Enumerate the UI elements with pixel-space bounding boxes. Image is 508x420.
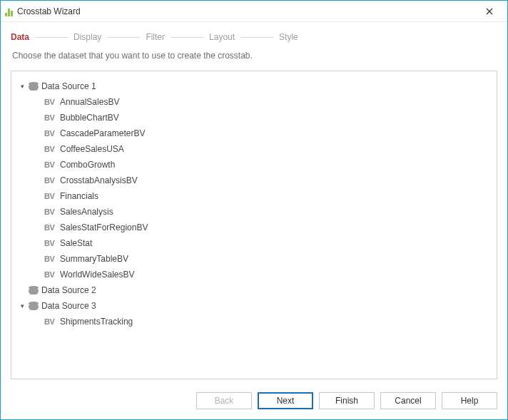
step-separator [171, 37, 203, 38]
wizard-steps: Data Display Filter Layout Style [1, 22, 507, 46]
step-style[interactable]: Style [279, 32, 298, 42]
bv-icon: BV [44, 176, 57, 185]
step-data[interactable]: Data [11, 32, 29, 42]
bv-icon: BV [44, 317, 57, 326]
bv-icon: BV [44, 129, 57, 138]
tree-node-dataset[interactable]: BVCascadeParameterBV [16, 126, 492, 141]
close-button[interactable] [477, 4, 502, 19]
bv-icon: BV [44, 98, 57, 106]
tree-node-dataset[interactable]: BVShipmentsTracking [16, 314, 492, 329]
next-button[interactable]: Next [258, 392, 313, 409]
dataset-label: Financials [60, 191, 98, 201]
tree-node-dataset[interactable]: BVSaleStat [16, 235, 492, 251]
tree-node-dataset[interactable]: BVCoffeeSalesUSA [16, 141, 492, 157]
help-button[interactable]: Help [442, 392, 497, 409]
dataset-label: WorldWideSalesBV [60, 270, 134, 280]
cancel-button[interactable]: Cancel [380, 392, 436, 409]
dataset-label: ShipmentsTracking [60, 317, 133, 327]
titlebar: Crosstab Wizard [1, 1, 507, 22]
tree-node-dataset[interactable]: BVWorldWideSalesBV [16, 267, 492, 282]
tree-node-datasource[interactable]: ▾ Data Source 1 [16, 78, 492, 94]
tree-node-dataset[interactable]: BVComboGrowth [16, 157, 492, 173]
close-icon [486, 8, 493, 15]
dataset-tree[interactable]: ▾ Data Source 1 BVAnnualSalesBV BVBubble… [11, 71, 497, 379]
bv-icon: BV [44, 270, 57, 279]
app-logo-icon [5, 6, 13, 16]
chevron-down-icon[interactable]: ▾ [19, 83, 26, 90]
bv-icon: BV [44, 239, 57, 247]
back-button: Back [196, 392, 252, 409]
tree-node-dataset[interactable]: BVBubbleChartBV [16, 110, 492, 126]
step-separator [35, 37, 68, 38]
bv-icon: BV [44, 192, 57, 200]
dataset-label: AnnualSalesBV [60, 97, 119, 107]
database-icon [29, 286, 39, 294]
dataset-label: CrosstabAnalysisBV [60, 175, 138, 185]
datasource-label: Data Source 3 [41, 301, 96, 311]
dataset-label: SummaryTableBV [60, 254, 128, 264]
dataset-label: SalesAnalysis [60, 207, 113, 217]
bv-icon: BV [44, 255, 57, 263]
tree-node-dataset[interactable]: BVAnnualSalesBV [16, 94, 492, 110]
database-icon [29, 82, 39, 91]
dataset-label: SaleStat [60, 238, 92, 248]
finish-button[interactable]: Finish [319, 392, 375, 409]
bv-icon: BV [44, 208, 57, 216]
wizard-footer: Back Next Finish Cancel Help [1, 386, 507, 419]
bv-icon: BV [44, 160, 57, 169]
dataset-label: CascadeParameterBV [60, 128, 145, 138]
step-separator [107, 37, 140, 38]
chevron-down-icon[interactable]: ▾ [19, 302, 26, 309]
tree-node-datasource[interactable]: ▾ Data Source 3 [16, 298, 492, 314]
dataset-label: BubbleChartBV [60, 113, 119, 123]
bv-icon: BV [44, 223, 57, 232]
tree-node-dataset[interactable]: BVCrosstabAnalysisBV [16, 173, 492, 188]
wizard-window: Crosstab Wizard Data Display Filter Layo… [0, 0, 508, 420]
tree-node-dataset[interactable]: BVFinancials [16, 188, 492, 204]
step-separator [240, 37, 273, 38]
tree-node-dataset[interactable]: BVSummaryTableBV [16, 251, 492, 267]
instruction-text: Choose the dataset that you want to use … [1, 46, 507, 71]
datasource-label: Data Source 2 [41, 285, 96, 295]
step-layout[interactable]: Layout [209, 32, 235, 42]
tree-node-datasource[interactable]: Data Source 2 [16, 282, 492, 298]
step-filter[interactable]: Filter [146, 32, 165, 42]
dataset-label: SalesStatForRegionBV [60, 222, 148, 232]
dataset-label: ComboGrowth [60, 160, 115, 170]
bv-icon: BV [44, 145, 57, 153]
bv-icon: BV [44, 113, 57, 122]
tree-node-dataset[interactable]: BVSalesAnalysis [16, 204, 492, 220]
window-title: Crosstab Wizard [17, 6, 477, 16]
step-display[interactable]: Display [73, 32, 101, 42]
tree-node-dataset[interactable]: BVSalesStatForRegionBV [16, 220, 492, 235]
dataset-label: CoffeeSalesUSA [60, 144, 124, 154]
datasource-label: Data Source 1 [41, 81, 96, 91]
database-icon [29, 302, 39, 310]
